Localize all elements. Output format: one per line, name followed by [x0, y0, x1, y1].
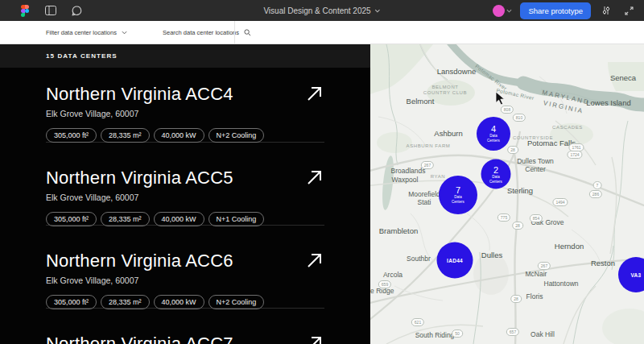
spec-tag: 40,000 kW [154, 212, 204, 226]
filter-dropdown[interactable]: Filter data center locations [46, 29, 127, 36]
spec-tag: N+2 Cooling [208, 128, 265, 143]
spec-tags: 305,000 ft²28,335 m²40,000 kWN+1 Cooling [46, 212, 324, 226]
cluster-count: 2 [493, 164, 498, 174]
spec-tag: 40,000 kW [154, 295, 204, 309]
data-center-name: Northern Virginia ACC4 [46, 85, 324, 103]
chevron-down-icon [375, 8, 381, 14]
data-center-name: Northern Virginia ACC7 [46, 334, 324, 344]
comments-icon[interactable] [69, 3, 84, 18]
site-code: IAD44 [447, 258, 463, 263]
data-center-name: Northern Virginia ACC5 [46, 168, 324, 187]
map-view[interactable]: LansdowneBelmontSenecaLowes IslandAshbur… [370, 44, 644, 344]
open-detail-arrow-icon[interactable] [305, 334, 324, 344]
avatar [493, 5, 505, 17]
data-center-location: Elk Grove Village, 60007 [46, 193, 324, 202]
spec-tag: N+1 Cooling [208, 212, 265, 226]
cluster-sub-label: Data Centers [452, 195, 464, 205]
data-center-list: Northern Virginia ACC4Elk Grove Village,… [0, 68, 370, 344]
cluster-sub-label: Data Centers [487, 134, 500, 143]
data-center-location: Elk Grove Village, 60007 [46, 109, 324, 118]
account-menu[interactable] [493, 5, 512, 17]
chevron-down-icon [506, 8, 512, 14]
open-detail-arrow-icon[interactable] [305, 251, 324, 270]
cluster-marker[interactable]: 4Data Centers [477, 117, 510, 151]
cluster-marker[interactable]: 2Data Centers [481, 160, 511, 189]
spec-tags: 305,000 ft²28,335 m²40,000 kWN+2 Cooling [46, 295, 324, 309]
cluster-count: 7 [456, 185, 460, 195]
spec-tag: 305,000 ft² [46, 128, 97, 143]
data-center-list-panel: 15 DATA CENTERS Northern Virginia ACC4El… [0, 44, 370, 344]
spec-tag: 305,000 ft² [46, 295, 97, 309]
spec-tags: 305,000 ft²28,335 m²40,000 kWN+2 Cooling [46, 128, 324, 143]
figma-logo-icon[interactable] [18, 3, 32, 18]
spec-tag: 28,335 m² [101, 128, 150, 143]
site-code: VA3 [630, 272, 641, 278]
figma-top-bar: Visual Design & Content 2025 Share proto… [0, 0, 644, 21]
data-center-card[interactable]: Northern Virginia ACC5Elk Grove Village,… [46, 143, 324, 226]
search-field[interactable]: Search data center locations [163, 29, 251, 36]
map-graphics [370, 44, 644, 344]
layers-panel-icon[interactable] [43, 3, 58, 18]
list-count-label: 15 DATA CENTERS [46, 52, 118, 60]
spec-tag: N+2 Cooling [208, 295, 265, 309]
prototype-settings-icon[interactable] [599, 3, 613, 18]
spec-tag: 28,335 m² [101, 295, 150, 309]
site-marker[interactable]: IAD44 [437, 242, 473, 279]
toolbar-divider [234, 21, 235, 44]
share-prototype-button[interactable]: Share prototype [520, 2, 591, 19]
open-detail-arrow-icon[interactable] [305, 168, 324, 187]
search-label: Search data center locations [163, 29, 239, 36]
spec-tag: 305,000 ft² [46, 212, 97, 226]
prototype-title: Visual Design & Content 2025 [263, 6, 370, 15]
data-center-card[interactable]: Northern Virginia ACC4Elk Grove Village,… [46, 68, 324, 143]
data-center-name: Northern Virginia ACC6 [46, 251, 324, 270]
cluster-count: 4 [491, 124, 496, 134]
data-center-card[interactable]: Northern Virginia ACC6Elk Grove Village,… [46, 226, 324, 309]
cluster-sub-label: Data Centers [489, 174, 502, 184]
cluster-marker[interactable]: 7Data Centers [439, 176, 477, 214]
data-center-card[interactable]: Northern Virginia ACC7 [46, 309, 324, 344]
prototype-title-menu[interactable]: Visual Design & Content 2025 [263, 6, 380, 15]
fullscreen-icon[interactable] [621, 3, 636, 18]
search-icon [244, 29, 251, 36]
spec-tag: 28,335 m² [101, 212, 150, 226]
chevron-down-icon [122, 30, 127, 35]
filter-search-toolbar: Filter data center locations Search data… [0, 21, 644, 44]
data-center-location: Elk Grove Village, 60007 [46, 276, 324, 285]
list-count-header: 15 DATA CENTERS [0, 44, 370, 68]
open-detail-arrow-icon[interactable] [305, 84, 324, 103]
filter-label: Filter data center locations [46, 29, 117, 36]
spec-tag: 40,000 kW [154, 128, 204, 143]
